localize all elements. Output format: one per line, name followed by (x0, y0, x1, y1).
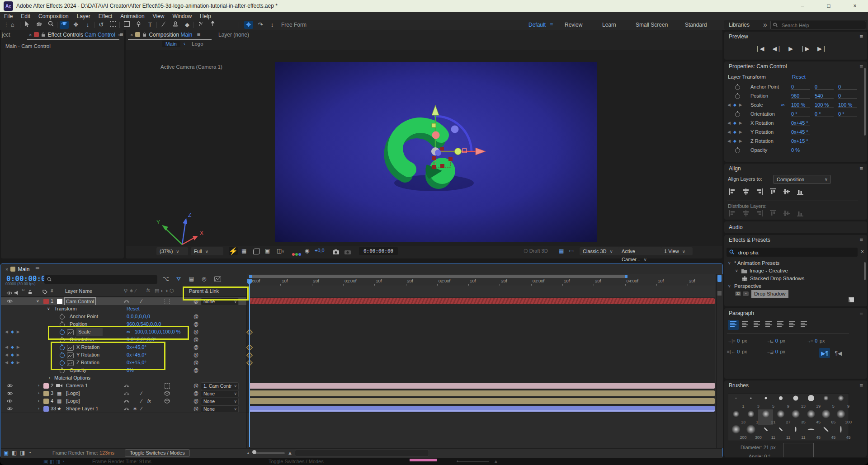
graph-row-opacity[interactable] (247, 366, 715, 375)
property-value[interactable]: 0 ° (791, 111, 810, 117)
rectangle-tool-icon[interactable] (122, 21, 131, 29)
next-frame-button[interactable]: ∣▶ (801, 45, 811, 52)
property-value[interactable]: 0 (815, 84, 834, 90)
group-name[interactable]: Material Options (54, 374, 90, 382)
frame-blend-icon[interactable]: ▤ (189, 276, 194, 282)
workspace-small-screen[interactable]: Small Screen (636, 20, 668, 30)
navigator-handle[interactable] (717, 275, 722, 282)
work-area-bar[interactable] (249, 275, 627, 278)
workspace-standard[interactable]: Standard (685, 20, 707, 30)
property-value[interactable]: 0x+15 ° (791, 138, 810, 144)
keyframe-navigator[interactable]: ◀◆▶ (726, 137, 744, 145)
region-of-interest-icon[interactable]: ▣ (265, 248, 270, 254)
new-preset-icon[interactable] (848, 296, 854, 305)
distribute-v-center-button[interactable] (783, 210, 790, 219)
magnification-dropdown[interactable]: (37%)∨ (156, 247, 188, 255)
layer-bar-row--logo-[interactable] (247, 397, 715, 405)
layer-name[interactable]: [Logo] (66, 397, 80, 405)
brush-tool-icon[interactable] (159, 21, 168, 29)
distribute-v-top-button[interactable] (769, 210, 777, 219)
scrollbar[interactable] (864, 262, 866, 280)
menu-composition[interactable]: Composition (34, 13, 73, 19)
puppet-pin-tool-icon[interactable] (208, 21, 217, 29)
paragraph-justify-last-right-button[interactable] (787, 320, 797, 330)
graph-row-transform[interactable] (247, 305, 715, 313)
tab-close-icon[interactable]: × (130, 32, 133, 38)
brush-13[interactable]: 13 (788, 394, 803, 409)
pan-camera-tool-icon[interactable]: ✥ (71, 21, 80, 29)
search-help-box[interactable] (770, 21, 866, 29)
brush-300-soft[interactable]: 300 (743, 425, 758, 440)
menu-edit[interactable]: Edit (17, 13, 34, 19)
home-tool-icon[interactable]: ⌂ (8, 21, 17, 29)
layer-duration-bar[interactable] (249, 298, 715, 304)
property-value[interactable]: 0 ° (838, 111, 857, 117)
clone-stamp-tool-icon[interactable] (171, 21, 180, 29)
align-v-bottom-button[interactable] (797, 188, 804, 197)
brush-3[interactable]: 3 (743, 394, 758, 409)
property-value[interactable]: 0 (791, 84, 810, 90)
brush-1[interactable]: 1 (728, 394, 743, 409)
property-name[interactable]: Anchor Point (70, 313, 98, 320)
work-area-end-handle[interactable] (625, 275, 627, 278)
layer-duration-bar[interactable] (249, 390, 715, 396)
menu-layer[interactable]: Layer (73, 13, 94, 19)
preset-tree-item-stacked-drop-shadows[interactable]: Stacked Drop Shadows (724, 275, 867, 282)
keyframe-navigator[interactable]: ◀◆▶ (4, 343, 21, 351)
shy-switch-icon[interactable] (124, 405, 129, 413)
view-layout-dropdown[interactable]: 1 View∨ (661, 247, 693, 255)
layer-label-color[interactable] (43, 299, 49, 304)
layer-bar-row--logo-[interactable] (247, 390, 715, 398)
stopwatch-icon[interactable] (735, 94, 740, 99)
quality-switch-icon[interactable]: ∕ (141, 297, 142, 305)
comp-nav-secondary[interactable]: Logo (190, 41, 205, 47)
playhead-marker[interactable] (247, 279, 252, 285)
panel-menu-icon[interactable]: ≡ (859, 61, 863, 71)
show-snapshot-icon[interactable] (344, 248, 351, 256)
group-reset-link[interactable]: Reset (127, 305, 140, 313)
grid-guides-icon[interactable]: ◫∨ (277, 248, 284, 254)
property-value[interactable]: 100 % (838, 102, 857, 108)
toggle-render-time-pane-icon[interactable]: ◔ (28, 450, 31, 456)
tab-timeline-main[interactable]: ×Main ≡ (5, 264, 39, 274)
stopwatch-icon[interactable] (735, 85, 740, 90)
paragraph-justify-last-left-button[interactable] (763, 320, 774, 330)
eye-icon[interactable] (7, 382, 13, 390)
graph-row-y-rotation[interactable] (247, 351, 715, 359)
layer-expander-icon[interactable]: › (38, 390, 39, 397)
first-frame-button[interactable]: ∣◀ (756, 45, 765, 52)
brush-45-tilt45[interactable]: 45 (818, 425, 833, 440)
zoom-out-icon[interactable]: ▲ (246, 451, 250, 455)
stopwatch-icon[interactable] (735, 112, 740, 117)
effects-search-input[interactable] (737, 248, 848, 257)
mini-flowchart-icon[interactable]: ⌥ (163, 276, 169, 282)
reset-exposure-icon[interactable]: ◉ (305, 248, 309, 254)
gizmo-rotate-mode-icon[interactable]: ↷ (256, 21, 265, 29)
layer-bar-row-camera-1[interactable] (247, 382, 715, 390)
layer-label-color[interactable] (43, 399, 49, 404)
property-value[interactable]: 0 (838, 84, 857, 90)
panel-menu-icon[interactable]: ≡ (859, 164, 863, 174)
view-dropdown[interactable]: Active Camer...∨ (618, 247, 662, 255)
search-help-input[interactable] (781, 21, 864, 29)
effect-label[interactable]: Drop Shadow (751, 290, 788, 298)
pick-whip-icon[interactable]: @ (193, 313, 198, 320)
extended-viewer-icon[interactable]: ▭ (569, 248, 574, 254)
pick-whip-icon[interactable]: @ (193, 382, 198, 390)
pen-tool-icon[interactable] (134, 21, 143, 29)
graph-row-position[interactable] (247, 320, 715, 329)
property-value[interactable]: 100 % (815, 102, 834, 108)
type-tool-icon[interactable]: T (146, 21, 155, 29)
panel-menu-icon[interactable]: ≡ (859, 380, 863, 390)
layer-label-color[interactable] (43, 383, 49, 389)
eye-icon[interactable] (7, 298, 13, 305)
comp-timecode[interactable]: 0:00:00:00 (359, 247, 398, 255)
comp-marker-button[interactable] (717, 291, 722, 296)
quality-switch-icon[interactable]: ∕ (141, 397, 142, 405)
maximize-button[interactable]: □ (816, 0, 842, 12)
zoom-slider-knob[interactable] (252, 450, 256, 454)
pick-whip-icon[interactable]: @ (193, 343, 198, 351)
gizmo-arc-handle[interactable] (451, 126, 459, 133)
pick-whip-icon[interactable]: @ (193, 328, 198, 336)
keyframe-navigator[interactable]: ◀◆▶ (4, 328, 21, 336)
